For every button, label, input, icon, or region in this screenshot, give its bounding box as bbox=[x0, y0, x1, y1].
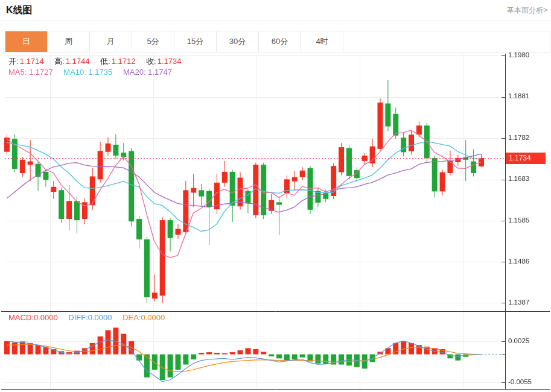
price-tick-label: 1.1782 bbox=[508, 134, 529, 141]
ohlc-legend: 开:1.1714 高:1.1744 低:1.1712 收:1.1734 bbox=[8, 56, 190, 67]
price-tick-label: 1.1486 bbox=[508, 258, 529, 265]
ma-legend: MA5: 1.1727 MA10: 1.1735 MA20: 1.1747 bbox=[8, 68, 180, 77]
macd-tick-label: 0.0025 bbox=[508, 337, 529, 344]
macd-tick-label: -0.0055 bbox=[508, 378, 532, 385]
open-label: 开: bbox=[8, 57, 19, 66]
macd-value: MACD:0.0000 bbox=[8, 313, 58, 322]
ma5-legend: MA5: 1.1727 bbox=[8, 68, 53, 77]
price-tick-label: 1.1585 bbox=[508, 217, 529, 224]
price-tick-label: 1.1881 bbox=[508, 92, 529, 100]
ma20-legend: MA20: 1.1747 bbox=[123, 68, 172, 77]
low-value: 1.1712 bbox=[112, 57, 136, 66]
ma10-legend: MA10: 1.1735 bbox=[63, 68, 112, 77]
low-label: 低: bbox=[100, 57, 110, 66]
dea-value: DEA:0.0000 bbox=[123, 313, 165, 322]
diff-value: DIFF:0.0000 bbox=[68, 313, 112, 322]
price-tick-label: 1.1387 bbox=[508, 299, 529, 306]
macd-legend: MACD:0.0000 DIFF:0.0000 DEA:0.0000 bbox=[8, 313, 173, 322]
kline-page: K线图 基本面分析> 日 周 月 5分 15分 30分 60分 4时 开:1.1… bbox=[0, 0, 551, 392]
high-label: 高: bbox=[54, 57, 65, 66]
last-price-tag: 1.1734 bbox=[506, 153, 546, 164]
price-tick-label: 1.1980 bbox=[508, 51, 529, 58]
close-value: 1.1734 bbox=[158, 57, 182, 66]
close-label: 收: bbox=[146, 57, 156, 66]
high-value: 1.1744 bbox=[66, 57, 90, 66]
open-value: 1.1714 bbox=[20, 57, 44, 66]
price-tick-label: 1.1683 bbox=[508, 175, 529, 182]
